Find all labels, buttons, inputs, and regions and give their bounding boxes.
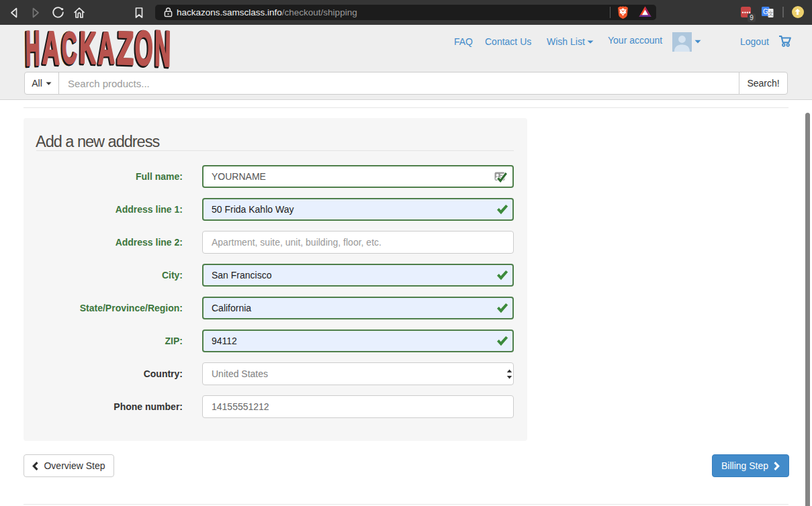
svg-text:C: C	[61, 26, 77, 70]
svg-text:N: N	[154, 26, 171, 70]
svg-text:A: A	[42, 26, 60, 70]
svg-text:Z: Z	[117, 26, 134, 70]
svg-text:文: 文	[768, 10, 774, 17]
svg-text:K: K	[79, 26, 97, 70]
svg-text:H: H	[25, 26, 40, 70]
svg-text:O: O	[134, 26, 153, 70]
svg-text:A: A	[97, 26, 115, 70]
